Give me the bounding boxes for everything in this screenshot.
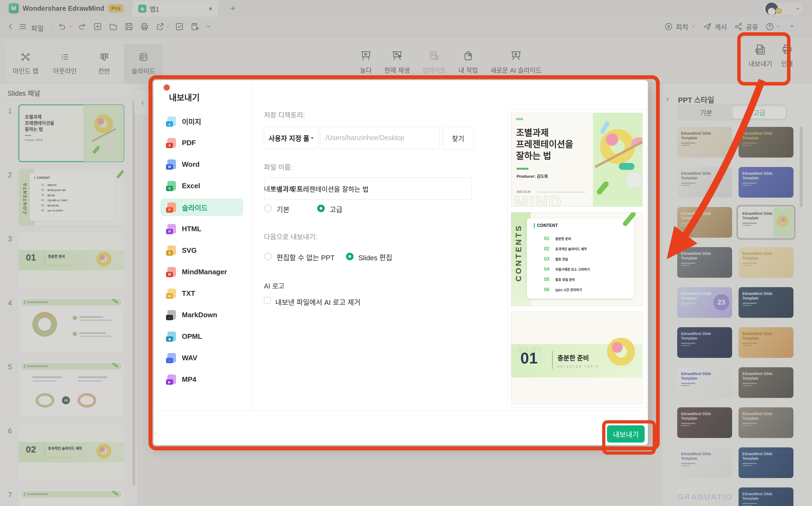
- export-mode-label: 내보내기 모드:: [264, 184, 305, 193]
- non-editable-ppt-radio[interactable]: [264, 253, 272, 260]
- file-name-label: 파일 이름:: [264, 162, 292, 172]
- preview-slide-1: »»» 조별과제프레젠테이션을잘하는 법 Producer: 김도희 2025-…: [511, 113, 643, 207]
- slides-edit-label[interactable]: Slides 편집: [358, 252, 392, 262]
- format-wav[interactable]: ♪WAV: [160, 349, 243, 367]
- format-file-icon: txt: [167, 288, 176, 298]
- content-row: 01충분한 준비: [537, 233, 590, 244]
- remove-ai-logo-checkbox[interactable]: [264, 297, 271, 304]
- chevron-down-icon: ▼: [310, 136, 314, 140]
- format-word[interactable]: WWord: [160, 155, 243, 173]
- format-file-icon: P: [167, 202, 176, 212]
- format-label: Excel: [182, 182, 200, 190]
- non-editable-ppt-label[interactable]: 편집할 수 없는 PPT: [277, 252, 335, 262]
- format-file-icon: S: [167, 246, 176, 255]
- app-window: M Wondershare EdrawMind Pro ▦ 맵1 + V 파일: [0, 0, 812, 506]
- format-file-icon: ▲: [167, 116, 176, 126]
- confirm-export-button[interactable]: 내보내기: [607, 425, 645, 442]
- preview-slide-2: CONTENTS CONTENT 01충분한 준비02효과적인 슬라이드 제작0…: [511, 212, 643, 306]
- format-label: HTML: [182, 225, 201, 233]
- mode-advanced-radio[interactable]: [317, 204, 325, 212]
- format-label: WAV: [182, 354, 197, 362]
- format-label: Word: [182, 160, 200, 169]
- format-file-icon: ↓: [167, 310, 176, 320]
- export-preview: »»» 조별과제프레젠테이션을잘하는 법 Producer: 김도희 2025-…: [507, 109, 647, 408]
- format-txt[interactable]: txtTXT: [160, 284, 243, 302]
- de co-yellow-arc: [600, 129, 635, 164]
- mode-advanced-label[interactable]: 고급: [329, 204, 343, 214]
- deco-disc: [626, 172, 643, 189]
- format-label: 슬라이드: [182, 202, 208, 213]
- format-label: MarkDown: [182, 311, 217, 319]
- content-row: 06Q&A 시간 관리하기: [537, 284, 590, 295]
- format-excel[interactable]: SExcel: [160, 177, 243, 195]
- content-row: 04자질구레한 요소 고려하기: [537, 264, 590, 274]
- format-label: TXT: [182, 289, 195, 298]
- directory-type-select[interactable]: 사용자 지정 폴 ▼: [264, 126, 318, 149]
- format-mindmanager[interactable]: MMindManager: [160, 263, 243, 281]
- export-dialog: 내보내기 ▲이미지APDFWWordSExcelP슬라이드HHTMLSSVGMM…: [153, 80, 648, 445]
- dialog-title: 내보내기: [169, 91, 200, 103]
- format-file-icon: ◉: [167, 332, 176, 341]
- format-label: SVG: [182, 246, 197, 255]
- directory-type-value: 사용자 지정 폴: [269, 133, 309, 143]
- save-directory-label: 저장 디렉토리:: [264, 110, 305, 119]
- format-html[interactable]: HHTML: [160, 220, 243, 238]
- ai-logo-label: AI 로고: [264, 281, 285, 290]
- content-row: 05발표 당일 준비: [537, 274, 590, 284]
- format-label: 이미지: [182, 116, 201, 126]
- mode-basic-label[interactable]: 기본: [277, 204, 290, 214]
- format-pdf[interactable]: APDF: [160, 134, 243, 152]
- format-file-icon: W: [167, 159, 176, 169]
- deco-pink-ball: [612, 342, 622, 353]
- export-as-label: 다음으로 내보내기:: [264, 232, 317, 241]
- format-label: OPML: [182, 332, 202, 341]
- format-file-icon: ♪: [167, 353, 176, 363]
- deco-yellow-arc: [607, 338, 635, 366]
- deco-pink-ball: [606, 133, 618, 146]
- format-mp4[interactable]: ▶MP4: [160, 370, 243, 388]
- slides-edit-radio[interactable]: [346, 253, 354, 260]
- content-row: 03발표 연습: [537, 254, 590, 264]
- format-file-icon: H: [167, 224, 176, 234]
- format-label: MP4: [182, 375, 196, 384]
- format-label: PDF: [182, 139, 196, 147]
- content-row: 02효과적인 슬라이드 제작: [537, 244, 590, 254]
- format-슬라이드[interactable]: P슬라이드: [160, 198, 243, 216]
- directory-path-input[interactable]: [320, 126, 440, 149]
- close-dialog-button[interactable]: [164, 84, 170, 91]
- format-label: MindManager: [182, 268, 227, 276]
- format-opml[interactable]: ◉OPML: [160, 328, 243, 345]
- format-file-icon: A: [167, 138, 176, 148]
- format-svg[interactable]: SSVG: [160, 241, 243, 259]
- format-file-icon: ▶: [167, 374, 176, 384]
- mode-basic-radio[interactable]: [264, 204, 272, 212]
- preview-slide-3: PART 01 충분한 준비 SELECTED TOPIC: [511, 312, 643, 404]
- remove-ai-logo-label[interactable]: 내보낸 파일에서 AI 로고 제거: [275, 297, 361, 307]
- format-file-icon: S: [167, 181, 176, 191]
- deco-teal-cyl: [619, 163, 635, 170]
- divider: [251, 80, 251, 411]
- format-file-icon: M: [167, 267, 176, 277]
- format-이미지[interactable]: ▲이미지: [160, 112, 243, 130]
- format-markdown[interactable]: ↓MarkDown: [160, 306, 243, 324]
- browse-button[interactable]: 찾기: [442, 126, 474, 150]
